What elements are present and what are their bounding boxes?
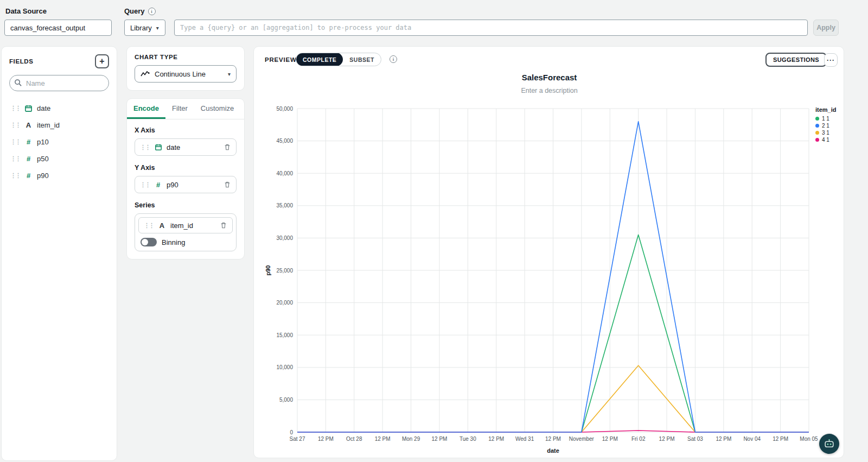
series-field-name: item_id	[170, 221, 193, 230]
y-axis-field-chip[interactable]: ⋮⋮ # p90	[135, 176, 237, 193]
x-tick-label: Sat 03	[687, 436, 703, 442]
x-tick-label: Fri 02	[631, 436, 646, 442]
subset-toggle-button[interactable]: SUBSET	[343, 53, 381, 66]
preview-mode-toggle: COMPLETE SUBSET	[296, 53, 381, 66]
number-type-icon: #	[154, 181, 163, 189]
drag-handle-icon[interactable]: ⋮⋮	[10, 105, 20, 112]
query-label: Query i	[124, 7, 156, 15]
add-field-button[interactable]: +	[95, 54, 109, 68]
trash-icon[interactable]	[224, 181, 231, 188]
legend-label: 3 1	[822, 130, 829, 136]
legend-entry[interactable]: 2 1	[815, 122, 837, 129]
text-type-icon: A	[157, 221, 167, 230]
trash-icon[interactable]	[220, 221, 227, 229]
field-name: item_id	[37, 121, 60, 129]
complete-toggle-button[interactable]: COMPLETE	[296, 53, 343, 66]
legend-label: 4 1	[822, 137, 829, 143]
legend-color-dot	[815, 124, 819, 128]
binning-toggle[interactable]	[141, 238, 157, 246]
suggestions-button[interactable]: SUGGESTIONS	[765, 53, 827, 67]
x-tick-label: Wed 31	[515, 436, 534, 442]
tab-customize[interactable]: Customize	[194, 99, 240, 119]
field-item-p50[interactable]: ⋮⋮ # p50	[9, 150, 109, 167]
query-input[interactable]	[174, 20, 808, 36]
y-tick-label: 10,000	[276, 364, 293, 370]
x-tick-label: 12 PM	[659, 436, 675, 442]
chart-legend-entries: 1 12 13 14 1	[815, 115, 837, 143]
field-item-item-id[interactable]: ⋮⋮ A item_id	[9, 117, 109, 134]
drag-handle-icon[interactable]: ⋮⋮	[144, 222, 154, 229]
drag-handle-icon[interactable]: ⋮⋮	[140, 144, 150, 151]
library-dropdown-label: Library	[130, 24, 152, 32]
chart-subtitle[interactable]: Enter a description	[254, 87, 845, 94]
chart-type-dropdown[interactable]: Continuous Line ▾	[135, 65, 237, 83]
x-tick-label: 12 PM	[602, 436, 618, 442]
y-axis-label: Y Axis	[135, 164, 237, 172]
chart-title[interactable]: SalesForecast	[254, 73, 845, 82]
line-chart-icon	[141, 71, 150, 78]
chart-type-panel: CHART TYPE Continuous Line ▾	[126, 46, 245, 91]
number-type-icon: #	[24, 155, 33, 163]
drag-handle-icon[interactable]: ⋮⋮	[10, 122, 20, 129]
data-source-label-text: Data Source	[5, 7, 47, 15]
fields-panel-title: FIELDS	[9, 58, 34, 65]
preview-panel: PREVIEW COMPLETE SUBSET i SUGGESTIONS ··…	[253, 46, 844, 458]
y-tick-label: 40,000	[276, 170, 293, 176]
y-tick-label: 0	[290, 429, 293, 435]
series-line	[297, 431, 809, 432]
y-axis-field-name: p90	[167, 181, 178, 189]
legend-color-dot	[815, 117, 819, 121]
x-tick-label: Oct 28	[346, 436, 362, 442]
x-tick-label: 12 PM	[431, 436, 447, 442]
assistant-fab-button[interactable]	[819, 434, 839, 454]
legend-entry[interactable]: 3 1	[815, 129, 837, 136]
more-options-button[interactable]: ···	[824, 53, 838, 67]
y-tick-label: 45,000	[276, 138, 293, 144]
drag-handle-icon[interactable]: ⋮⋮	[10, 138, 20, 145]
preview-label: PREVIEW	[265, 56, 297, 63]
chevron-down-icon: ▾	[228, 71, 231, 77]
legend-entry[interactable]: 1 1	[815, 115, 837, 122]
tab-encode[interactable]: Encode	[127, 99, 165, 119]
preview-info-icon[interactable]: i	[390, 55, 397, 63]
y-axis-title: p90	[265, 265, 271, 276]
number-type-icon: #	[24, 138, 33, 146]
y-tick-label: 15,000	[276, 332, 293, 338]
x-tick-label: 12 PM	[716, 436, 731, 442]
series-field-chip[interactable]: ⋮⋮ A item_id	[138, 217, 233, 233]
apply-button[interactable]: Apply	[813, 20, 839, 36]
tab-filter[interactable]: Filter	[165, 99, 194, 119]
series-label: Series	[135, 201, 237, 209]
legend-entry[interactable]: 4 1	[815, 136, 837, 143]
legend-color-dot	[815, 138, 819, 142]
app-root: Data Source Query i Library ▾ Apply FIEL…	[0, 0, 868, 462]
field-item-p10[interactable]: ⋮⋮ # p10	[9, 134, 109, 150]
series-line	[297, 235, 809, 432]
chart-legend: item_id 1 12 13 14 1	[815, 106, 837, 143]
drag-handle-icon[interactable]: ⋮⋮	[140, 181, 150, 188]
x-tick-label: Sat 27	[290, 436, 305, 442]
legend-color-dot	[815, 131, 819, 135]
field-name: p90	[37, 172, 49, 180]
x-tick-label: Tue 30	[459, 436, 476, 442]
x-axis-title: date	[547, 447, 559, 454]
field-item-date[interactable]: ⋮⋮ date	[9, 100, 109, 117]
library-dropdown[interactable]: Library ▾	[124, 20, 165, 36]
fields-panel: FIELDS + ⋮⋮ date ⋮⋮ A item_id ⋮⋮	[1, 46, 117, 461]
y-tick-label: 20,000	[276, 300, 293, 306]
field-search-input[interactable]	[9, 75, 109, 91]
drag-handle-icon[interactable]: ⋮⋮	[10, 172, 20, 179]
encode-panel: Encode Filter Customize X Axis ⋮⋮ date Y…	[126, 98, 245, 260]
y-tick-label: 30,000	[276, 235, 293, 241]
data-source-input[interactable]	[4, 20, 112, 36]
x-tick-label: 12 PM	[773, 436, 788, 442]
field-item-p90[interactable]: ⋮⋮ # p90	[9, 167, 109, 184]
y-tick-label: 35,000	[276, 202, 293, 208]
drag-handle-icon[interactable]: ⋮⋮	[10, 155, 20, 162]
text-type-icon: A	[24, 121, 33, 129]
chart-canvas: 05,00010,00015,00020,00025,00030,00035,0…	[254, 47, 845, 459]
trash-icon[interactable]	[224, 143, 231, 151]
x-axis-field-chip[interactable]: ⋮⋮ date	[135, 138, 237, 156]
series-line	[297, 365, 809, 432]
query-info-icon[interactable]: i	[148, 8, 156, 15]
